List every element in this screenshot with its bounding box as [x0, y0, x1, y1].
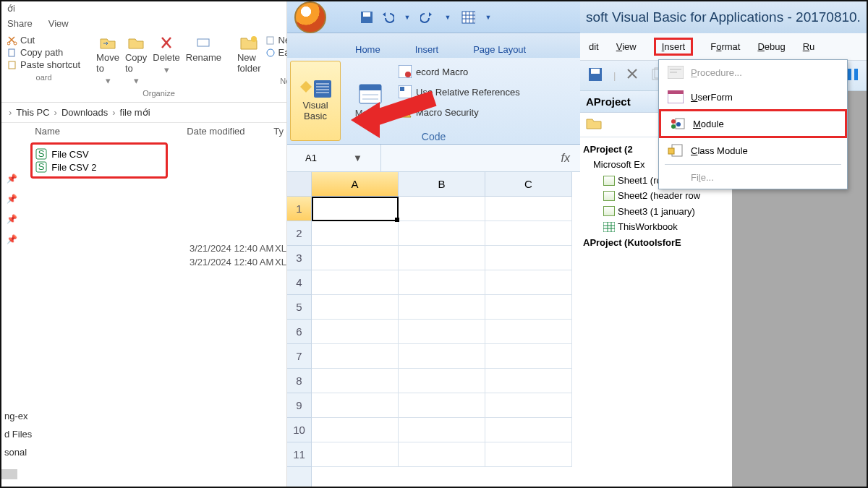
cut-button[interactable]: Cut: [7, 35, 80, 46]
new-folder-button[interactable]: New folder: [237, 35, 261, 74]
cell[interactable]: [312, 270, 399, 295]
save-icon[interactable]: [359, 10, 374, 25]
file-row[interactable]: S File CSV 2: [35, 160, 163, 174]
undo-icon[interactable]: [380, 10, 394, 25]
cell[interactable]: [485, 246, 572, 270]
tab-share[interactable]: Share: [7, 18, 33, 29]
office-button[interactable]: [294, 1, 326, 33]
row-header[interactable]: 8: [287, 369, 311, 393]
sheet-node[interactable]: Sheet2 (header row: [583, 188, 731, 203]
folder-icon[interactable]: [586, 117, 602, 130]
cell[interactable]: [399, 418, 485, 442]
cell[interactable]: [485, 270, 572, 295]
move-to-button[interactable]: Move to▾: [96, 35, 119, 86]
cell[interactable]: [312, 442, 399, 467]
chevron-down-icon[interactable]: ▼: [353, 153, 362, 163]
row-header[interactable]: 2: [287, 221, 311, 246]
cell[interactable]: [312, 418, 399, 442]
record-macro-button[interactable]: ecord Macro: [399, 65, 520, 78]
row-header[interactable]: 10: [287, 418, 311, 442]
cell[interactable]: [399, 246, 485, 270]
paste-shortcut-button[interactable]: Paste shortcut: [7, 59, 80, 70]
cell[interactable]: [399, 393, 485, 418]
cell[interactable]: [399, 442, 485, 467]
tab-page-layout[interactable]: Page Layout: [470, 40, 529, 58]
save-icon[interactable]: [587, 67, 603, 85]
row-header[interactable]: 5: [287, 295, 311, 320]
quick-access-list[interactable]: ng-ex d Files sonal: [4, 411, 48, 458]
qat-customize-icon[interactable]: ▼: [481, 10, 495, 25]
cell[interactable]: [399, 320, 485, 344]
tab-home[interactable]: Home: [352, 40, 383, 58]
row-header[interactable]: 7: [287, 344, 311, 369]
redo-icon[interactable]: [420, 10, 435, 25]
cell[interactable]: [485, 295, 572, 320]
row-header[interactable]: 1: [287, 197, 311, 221]
row-header[interactable]: 4: [287, 270, 311, 295]
insert-module[interactable]: Module: [659, 109, 847, 138]
copy-to-button[interactable]: Copy to▾: [125, 35, 147, 86]
cell[interactable]: [312, 393, 399, 418]
cell[interactable]: [485, 369, 572, 393]
visual-basic-button[interactable]: Visual Basic: [290, 61, 341, 141]
cell[interactable]: [485, 221, 572, 246]
col-header[interactable]: B: [399, 172, 485, 197]
cell[interactable]: [312, 344, 399, 369]
insert-userform[interactable]: UserForm: [659, 85, 847, 109]
cell[interactable]: [399, 344, 485, 369]
menu-format[interactable]: Format: [710, 41, 740, 52]
row-header[interactable]: 3: [287, 246, 311, 270]
row-header[interactable]: 6: [287, 320, 311, 344]
insert-class-module[interactable]: Class Module: [659, 138, 847, 163]
tab-view[interactable]: View: [48, 18, 69, 29]
menu-debug[interactable]: Debug: [757, 41, 785, 52]
cell[interactable]: [399, 197, 485, 221]
cell[interactable]: [485, 442, 572, 467]
cut-icon[interactable]: [626, 67, 640, 84]
tab-insert[interactable]: Insert: [412, 40, 442, 58]
cell[interactable]: [399, 270, 485, 295]
calendar-icon[interactable]: [461, 10, 475, 25]
fx-label[interactable]: fx: [551, 152, 580, 165]
relative-refs-button[interactable]: Use Relative References: [399, 85, 520, 98]
cell[interactable]: [485, 197, 572, 221]
cell[interactable]: [399, 221, 485, 246]
menu-edit[interactable]: dit: [589, 41, 599, 52]
cell[interactable]: [485, 344, 572, 369]
select-all-corner[interactable]: [287, 172, 311, 197]
worksheet-grid[interactable]: 1 2 3 4 5 6 7 8 9 10 11 A B C: [287, 172, 580, 487]
cell[interactable]: [312, 221, 399, 246]
col-header[interactable]: C: [485, 172, 572, 197]
cell[interactable]: [485, 320, 572, 344]
cell[interactable]: [312, 320, 399, 344]
project-root[interactable]: AProject (KutoolsforE: [583, 235, 731, 250]
menu-run[interactable]: Ru: [803, 41, 815, 52]
pause-icon[interactable]: [846, 67, 859, 84]
cell[interactable]: [485, 393, 572, 418]
copy-path-button[interactable]: Copy path: [7, 47, 80, 58]
name-box[interactable]: A1▼: [287, 145, 381, 171]
row-header[interactable]: 9: [287, 393, 311, 418]
cell[interactable]: [312, 295, 399, 320]
file-row[interactable]: S File CSV: [35, 147, 163, 160]
cell[interactable]: [485, 418, 572, 442]
rename-button[interactable]: Rename: [186, 35, 221, 63]
row-header[interactable]: 11: [287, 442, 311, 467]
menu-view[interactable]: View: [616, 41, 637, 52]
cell[interactable]: [312, 246, 399, 270]
cell[interactable]: [399, 369, 485, 393]
macros-button[interactable]: Macros: [345, 61, 396, 141]
macro-security-button[interactable]: !Macro Security: [399, 106, 520, 119]
cell-a1[interactable]: [312, 197, 399, 221]
cell[interactable]: [399, 295, 485, 320]
column-headers[interactable]: Name Date modified Ty: [22, 123, 286, 140]
chevron-down-icon[interactable]: ▼: [400, 10, 414, 25]
delete-button[interactable]: Delete▾: [153, 35, 180, 75]
sheet-node[interactable]: Sheet3 (1 january): [583, 204, 731, 219]
breadcrumb[interactable]: › This PC› Downloads› file mới: [1, 103, 286, 123]
chevron-down-icon[interactable]: ▼: [441, 10, 455, 25]
cell[interactable]: [312, 369, 399, 393]
menu-insert[interactable]: Insert: [654, 38, 694, 56]
col-header[interactable]: A: [312, 172, 399, 197]
thisworkbook-node[interactable]: ThisWorkbook: [583, 219, 731, 234]
